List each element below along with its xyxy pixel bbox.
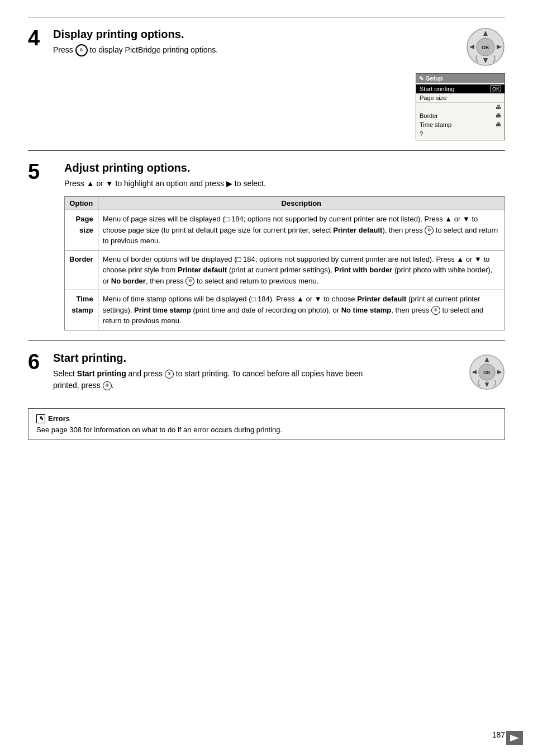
question-mark: ? — [420, 130, 423, 137]
nav-arrow[interactable] — [506, 731, 523, 745]
table-row-pagesize: Pagesize Menu of page sizes will be disp… — [65, 210, 505, 251]
setup-screen-header: ✎ Setup — [416, 74, 505, 83]
setup-row-border: Border 🖶 — [416, 111, 505, 120]
setup-row-bottom: ? — [416, 129, 505, 138]
table-row-timestamp: Timestamp Menu of time stamp options wil… — [65, 290, 505, 330]
section-5: 5 Adjust printing options. Press ▲ or ▼ … — [28, 150, 505, 341]
option-border-label: Border — [65, 250, 98, 290]
border-label: Border — [420, 112, 438, 119]
setup-row-timestamp: Time stamp 🖶 — [416, 120, 505, 129]
section-4-image: OK ✎ Setup Start printing — [382, 27, 505, 140]
section-6-subtitle: Select Start printing and press ® to sta… — [53, 368, 371, 391]
setup-pencil-icon: ✎ — [419, 75, 423, 82]
option-timestamp-desc: Menu of time stamp options will be displ… — [98, 290, 505, 330]
option-border-desc: Menu of border options will be displayed… — [98, 250, 505, 290]
options-table: Option Description Pagesize Menu of page… — [64, 196, 505, 330]
note-label: Errors — [48, 414, 70, 423]
setup-row-page-size: Page size — [416, 93, 505, 103]
section-4-title: Display printing options. — [53, 27, 218, 41]
note-pencil-icon: ✎ — [36, 414, 45, 423]
section-4: 4 Display printing options. Press ® to d… — [28, 17, 505, 150]
option-pagesize-desc: Menu of page sizes will be displayed (□ … — [98, 210, 505, 251]
page-size-label: Page size — [420, 94, 446, 101]
section-5-subtitle: Press ▲ or ▼ to highlight an option and … — [64, 178, 505, 190]
step-5-number: 5 — [28, 161, 47, 330]
ok-icon-4: ® — [75, 44, 88, 56]
section-4-left: 4 Display printing options. Press ® to d… — [28, 27, 371, 140]
svg-marker-14 — [510, 735, 519, 741]
table-row-border: Border Menu of border options will be di… — [65, 250, 505, 290]
timestamp-label: Time stamp — [420, 121, 451, 128]
ok-wheel-4: OK — [466, 27, 505, 69]
ok-wheel-6: OK — [469, 354, 505, 393]
start-printing-label: Start printing — [420, 86, 454, 92]
setup-screen: ✎ Setup Start printing OK Page size — [416, 73, 505, 140]
section-6-image: OK — [382, 351, 505, 393]
note-title: ✎ Errors — [36, 414, 497, 423]
setup-title: Setup — [426, 75, 443, 82]
section-6-title: Start printing. — [53, 351, 371, 365]
section-4-header: Display printing options. Press ® to dis… — [53, 27, 371, 56]
section-6: 6 Start printing. Select Start printing … — [28, 341, 505, 403]
border-icon: 🖶 — [496, 112, 501, 119]
section-5-content: Adjust printing options. Press ▲ or ▼ to… — [64, 161, 505, 330]
start-printing-ok: OK — [491, 86, 501, 92]
step-6-number: 6 — [28, 351, 47, 393]
step-4-number: 4 — [28, 27, 47, 140]
svg-text:OK: OK — [483, 370, 491, 375]
note-text: See page 308 for information on what to … — [36, 426, 497, 434]
section-4-content: Display printing options. Press ® to dis… — [53, 27, 371, 140]
section-6-left: 6 Start printing. Select Start printing … — [28, 351, 371, 393]
col-description: Description — [98, 197, 505, 210]
page: 4 Display printing options. Press ® to d… — [0, 0, 533, 756]
setup-screen-body: Start printing OK Page size 🖶 Border — [416, 83, 505, 140]
timestamp-icon: 🖶 — [496, 121, 501, 128]
col-option: Option — [65, 197, 98, 210]
section-5-title: Adjust printing options. — [64, 161, 505, 174]
section-4-subtitle: Press ® to display PictBridge printing o… — [53, 44, 218, 56]
option-timestamp-label: Timestamp — [65, 290, 98, 330]
note-box: ✎ Errors See page 308 for information on… — [28, 408, 505, 440]
setup-row-spacer: 🖶 — [416, 103, 505, 111]
page-size-value-icon: 🖶 — [496, 104, 501, 110]
section-6-content: Start printing. Select Start printing an… — [53, 351, 371, 393]
option-pagesize-label: Pagesize — [65, 210, 98, 251]
svg-text:OK: OK — [482, 45, 489, 50]
page-number: 187 — [492, 730, 505, 739]
setup-row-start-printing: Start printing OK — [416, 84, 505, 93]
